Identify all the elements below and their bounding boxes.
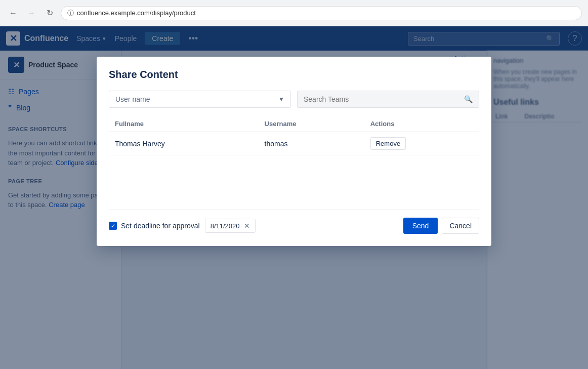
clear-date-icon[interactable]: ✕ [244, 222, 250, 230]
cancel-button[interactable]: Cancel [442, 218, 479, 234]
chevron-down-icon: ▼ [278, 96, 284, 103]
footer-left: ✓ Set deadline for approval 8/11/2020 ✕ [109, 219, 256, 233]
deadline-label: Set deadline for approval [121, 222, 200, 230]
modal-title: Share Content [109, 69, 479, 80]
action-cell: Remove [364, 132, 479, 155]
team-search-field[interactable]: 🔍 [297, 91, 479, 108]
app: ✕ Confluence Spaces ▼ People Create ••• … [0, 26, 588, 369]
info-icon: ⓘ [67, 9, 74, 18]
username-cell: thomas [259, 132, 364, 155]
deadline-checkbox-wrapper: ✓ Set deadline for approval [109, 222, 200, 230]
remove-button[interactable]: Remove [370, 137, 406, 150]
send-button[interactable]: Send [403, 218, 438, 234]
back-button[interactable]: ← [6, 6, 20, 20]
user-select-dropdown[interactable]: User name ▼ [109, 91, 291, 108]
search-icon: 🔍 [464, 95, 473, 103]
address-bar: ⓘ confluence.example.com/display/product [61, 6, 582, 20]
share-content-modal: Share Content User name ▼ 🔍 Fullname [97, 57, 491, 246]
modal-overlay: Share Content User name ▼ 🔍 Fullname [0, 26, 588, 369]
table-row: Thomas Harvey thomas Remove [109, 132, 479, 155]
share-row: User name ▼ 🔍 [109, 91, 479, 108]
refresh-button[interactable]: ↻ [43, 6, 57, 20]
username-column-header: Username [259, 116, 364, 132]
deadline-checkbox[interactable]: ✓ [109, 222, 117, 230]
address-text: confluence.example.com/display/product [77, 9, 196, 17]
browser-chrome: ← → ↻ ⓘ confluence.example.com/display/p… [0, 0, 588, 26]
modal-footer: ✓ Set deadline for approval 8/11/2020 ✕ … [109, 209, 479, 234]
date-value: 8/11/2020 [211, 222, 240, 230]
checkmark-icon: ✓ [111, 223, 115, 229]
actions-column-header: Actions [364, 116, 479, 132]
team-search-input[interactable] [304, 95, 460, 103]
footer-right: Send Cancel [403, 218, 479, 234]
fullname-column-header: Fullname [109, 116, 259, 132]
forward-button[interactable]: → [24, 6, 38, 20]
fullname-cell: Thomas Harvey [109, 132, 259, 155]
users-table-container: Fullname Username Actions Thomas Harvey … [109, 116, 479, 197]
date-input[interactable]: 8/11/2020 ✕ [205, 219, 256, 233]
users-table: Fullname Username Actions Thomas Harvey … [109, 116, 479, 155]
table-header-row: Fullname Username Actions [109, 116, 479, 132]
user-select-placeholder: User name [115, 95, 150, 103]
